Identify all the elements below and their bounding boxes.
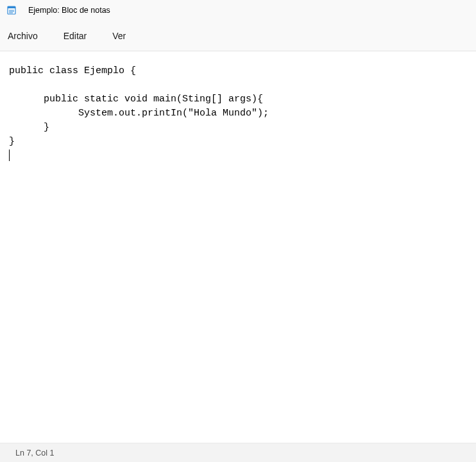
menu-file[interactable]: Archivo xyxy=(6,28,39,44)
window-title: Ejemplo: Bloc de notas xyxy=(28,6,110,15)
status-bar: Ln 7, Col 1 xyxy=(0,443,476,462)
menu-bar: Archivo Editar Ver xyxy=(0,21,476,51)
editor-area[interactable]: public class Ejemplo { public static voi… xyxy=(0,51,476,443)
editor-content: public class Ejemplo { public static voi… xyxy=(9,65,269,147)
title-bar: Ejemplo: Bloc de notas xyxy=(0,0,476,21)
menu-edit[interactable]: Editar xyxy=(62,28,89,44)
cursor-position: Ln 7, Col 1 xyxy=(15,449,54,458)
text-cursor xyxy=(9,150,10,161)
svg-rect-1 xyxy=(8,6,15,8)
menu-view[interactable]: Ver xyxy=(111,28,127,44)
notepad-icon xyxy=(6,5,17,15)
